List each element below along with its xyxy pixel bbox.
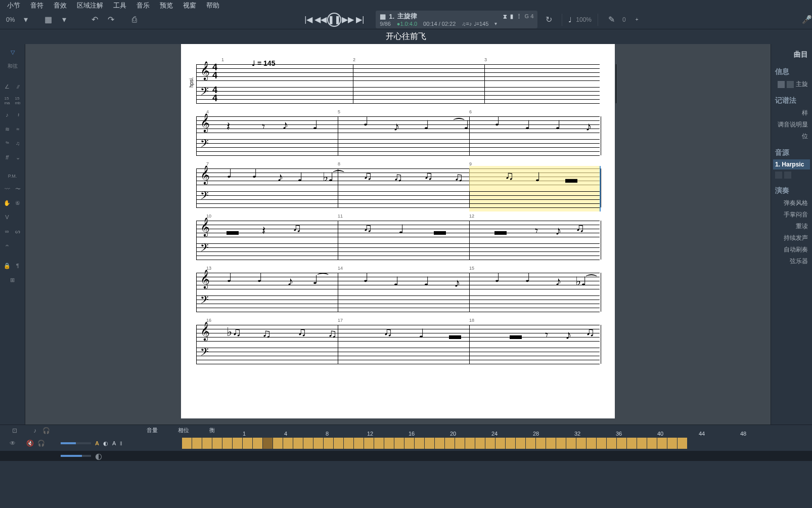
track-clip-region[interactable] bbox=[182, 438, 812, 449]
notes-region[interactable]: 𝄽𝄾♪♩♩♪♩⁀♩♩♩♩♪ bbox=[221, 116, 595, 137]
automation-a2-button[interactable]: A bbox=[112, 440, 116, 446]
speed-percent[interactable]: 100% bbox=[576, 16, 592, 23]
staff-system[interactable]: 𝄞131415♩♩♪♩⁀♩♩♩♪♩♩♪♭♩⁀𝄢 bbox=[196, 273, 600, 316]
fermata-tool[interactable]: 𝄐 bbox=[3, 239, 12, 251]
track-measure-block[interactable] bbox=[647, 438, 657, 449]
menu-bar-item[interactable]: 区域注解 bbox=[72, 0, 108, 10]
layout-dropdown-icon[interactable]: ▾ bbox=[57, 13, 71, 27]
treble-staff[interactable]: 𝄞44hpsi.123 bbox=[196, 64, 600, 84]
empty-tool-2[interactable] bbox=[13, 239, 23, 251]
accent-tool-2[interactable]: ⫽ bbox=[13, 80, 23, 93]
metronome-icon[interactable]: ▮ bbox=[510, 13, 513, 20]
skip-start-button[interactable]: |◀ bbox=[303, 14, 314, 25]
tuning-fork-icon[interactable]: ✎ bbox=[604, 13, 618, 27]
dynamic-tool-2[interactable]: ⌄ bbox=[13, 151, 23, 163]
track-measure-block[interactable] bbox=[678, 438, 687, 449]
notation-item[interactable]: 位 bbox=[773, 131, 810, 142]
menu-bar-item[interactable]: 工具 bbox=[108, 0, 131, 10]
treble-staff[interactable]: 𝄞789♩♩♪♩♭♩⁀♫♫♫♫♫♩▬ bbox=[196, 168, 600, 189]
hourglass-icon[interactable]: ⧗ bbox=[503, 13, 507, 20]
track-measure-block[interactable] bbox=[202, 438, 212, 449]
vibrato-tool-1[interactable]: 〰 bbox=[3, 183, 12, 195]
tremolo-tool-1[interactable]: ≋ bbox=[3, 123, 12, 135]
track-measure-block[interactable] bbox=[506, 438, 515, 449]
track-measure-block[interactable] bbox=[222, 438, 232, 449]
treble-staff[interactable]: 𝄞131415♩♩♪♩⁀♩♩♩♪♩♩♪♭♩⁀ bbox=[196, 273, 600, 293]
print-button[interactable]: ⎙ bbox=[132, 13, 137, 27]
track-measure-block[interactable] bbox=[587, 438, 596, 449]
track-measure-block[interactable] bbox=[303, 438, 313, 449]
track-measure-block[interactable] bbox=[192, 438, 202, 449]
accent-tool-1[interactable]: ∠ bbox=[3, 80, 12, 93]
vibrato-tool-2[interactable]: 〜 bbox=[13, 183, 23, 195]
note-tool-1[interactable]: ♪ bbox=[3, 109, 12, 121]
track-measure-block[interactable] bbox=[404, 438, 414, 449]
mini-knob-1[interactable]: ◐ bbox=[95, 451, 102, 461]
track-measure-block[interactable] bbox=[475, 438, 485, 449]
edit-tool-icon[interactable]: ▽ bbox=[3, 46, 23, 58]
track-measure-block[interactable] bbox=[313, 438, 323, 449]
infinity-tool[interactable]: ∞ bbox=[3, 225, 12, 237]
play-pause-button[interactable]: ❚❚ bbox=[327, 13, 341, 27]
bass-staff[interactable]: 𝄢 bbox=[196, 243, 600, 264]
menu-bar-item[interactable]: 音符 bbox=[25, 0, 49, 10]
mic-icon[interactable]: 🎤 bbox=[800, 13, 812, 27]
treble-staff[interactable]: 𝄞161718♭♫♫♫♫♫♩▬▬𝄾♪♫ bbox=[196, 325, 600, 345]
ottava-15ma[interactable]: 15ma bbox=[3, 95, 12, 107]
track-solo-icon[interactable]: 🎧 bbox=[41, 426, 51, 435]
rest-tool[interactable]: 𝄽 bbox=[13, 109, 23, 121]
bass-staff[interactable]: 𝄢 bbox=[196, 348, 600, 368]
empty-tool-1[interactable] bbox=[13, 211, 23, 223]
track-measure-block[interactable] bbox=[637, 438, 647, 449]
staff-system[interactable]: 𝄞789♩♩♪♩♭♩⁀♫♫♫♫♫♩▬𝄢 bbox=[196, 168, 600, 211]
track-measure-block[interactable] bbox=[455, 438, 465, 449]
track-measure-block[interactable] bbox=[233, 438, 242, 449]
ottava-15mb[interactable]: 15mb bbox=[13, 95, 23, 107]
track-measure-block[interactable] bbox=[354, 438, 364, 449]
track-measure-block[interactable] bbox=[273, 438, 283, 449]
track-measure-block[interactable] bbox=[293, 438, 303, 449]
track-measure-block[interactable] bbox=[495, 438, 505, 449]
undo-button[interactable]: ↶ bbox=[87, 13, 102, 27]
treble-staff[interactable]: 𝄞101112▬𝄽♫♫♩▬▬𝄾♪♫ bbox=[196, 221, 600, 241]
performance-item[interactable]: 持续发声 bbox=[773, 232, 810, 244]
track-measure-block[interactable] bbox=[566, 438, 576, 449]
chord-tool[interactable]: 和弦 bbox=[3, 60, 23, 72]
forward-button[interactable]: ▶▶ bbox=[342, 14, 353, 25]
track-measure-block[interactable] bbox=[425, 438, 434, 449]
track-measure-block[interactable] bbox=[445, 438, 455, 449]
track-expand-icon[interactable]: ⊡ bbox=[10, 426, 19, 435]
menu-bar-item[interactable]: 音乐 bbox=[131, 0, 155, 10]
zoom-dropdown-icon[interactable]: ▾ bbox=[19, 13, 33, 27]
track-measure-block[interactable] bbox=[485, 438, 495, 449]
track-measure-block[interactable] bbox=[283, 438, 293, 449]
redo-button[interactable]: ↷ bbox=[104, 13, 118, 27]
track-measure-block[interactable] bbox=[415, 438, 424, 449]
performance-item[interactable]: 弦乐器 bbox=[773, 256, 810, 267]
track-measure-block[interactable] bbox=[435, 438, 444, 449]
articulation-tool-2[interactable]: ♫ bbox=[13, 137, 23, 149]
transpose-value[interactable]: 0 bbox=[622, 16, 626, 23]
track-measure-block[interactable] bbox=[182, 438, 192, 449]
bass-staff[interactable]: 𝄢 bbox=[196, 191, 600, 211]
track-measure-block[interactable] bbox=[627, 438, 637, 449]
track-measure-block[interactable] bbox=[263, 438, 273, 449]
s-tool[interactable]: ᔕ bbox=[13, 225, 23, 237]
track-measure-block[interactable] bbox=[465, 438, 475, 449]
grid-tool[interactable]: ⊞ bbox=[3, 274, 23, 286]
bass-staff[interactable]: 𝄢44 bbox=[196, 87, 600, 107]
volume-slider[interactable] bbox=[61, 442, 91, 444]
time-signature[interactable]: 44 bbox=[212, 63, 217, 79]
staff-system[interactable]: 𝄞44hpsi.123𝄢44 bbox=[196, 64, 600, 107]
track-measure-block[interactable] bbox=[344, 438, 353, 449]
eq-icon[interactable]: ⦀ bbox=[120, 440, 122, 447]
track-mute-icon[interactable]: ♪ bbox=[30, 426, 39, 435]
track-measure-block[interactable] bbox=[536, 438, 546, 449]
menu-bar-item[interactable]: 帮助 bbox=[201, 0, 224, 10]
performance-item[interactable]: 重读 bbox=[773, 221, 810, 232]
tremolo-tool-2[interactable]: ≈ bbox=[13, 123, 23, 135]
track-measure-block[interactable] bbox=[324, 438, 333, 449]
v-tool[interactable]: V bbox=[3, 211, 12, 223]
track-measure-block[interactable] bbox=[384, 438, 394, 449]
layout-icon[interactable]: ▦ bbox=[41, 13, 55, 27]
